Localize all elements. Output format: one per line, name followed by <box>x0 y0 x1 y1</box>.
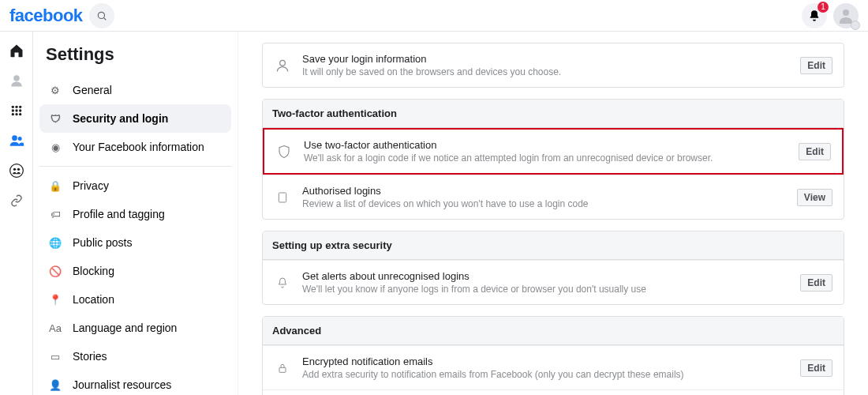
edit-button[interactable]: Edit <box>799 143 831 160</box>
rail-groups[interactable] <box>9 163 24 179</box>
nav-public-posts[interactable]: 🌐Public posts <box>39 228 231 257</box>
main-content: Save your login information It will only… <box>238 32 868 395</box>
svg-point-12 <box>19 113 21 115</box>
use-2fa-row[interactable]: Use two-factor authentication We'll ask … <box>263 128 844 175</box>
nav-security[interactable]: 🛡Security and login <box>39 104 231 133</box>
shield-icon: 🛡 <box>47 111 63 126</box>
nav-label: Journalist resources <box>73 378 171 391</box>
save-login-row[interactable]: Save your login information It will only… <box>263 43 844 87</box>
edit-button[interactable]: Edit <box>800 359 832 377</box>
row-title: Authorised logins <box>302 185 786 197</box>
nav-blocking[interactable]: 🚫Blocking <box>39 257 231 285</box>
link-icon <box>10 194 23 207</box>
authorised-logins-row[interactable]: Authorised logins Review a list of devic… <box>263 175 844 219</box>
svg-point-13 <box>12 135 17 141</box>
nav-your-info[interactable]: ◉Your Facebook information <box>39 133 231 161</box>
svg-point-0 <box>98 12 104 18</box>
row-title: Use two-factor authentication <box>304 139 788 151</box>
svg-rect-19 <box>279 193 286 202</box>
nav-language[interactable]: AaLanguage and region <box>39 314 231 342</box>
nav-journalist[interactable]: 👤Journalist resources <box>39 371 231 395</box>
friends-icon <box>9 133 24 149</box>
nav-label: General <box>73 84 112 96</box>
nav-label: Privacy <box>73 179 109 192</box>
grid-icon <box>10 104 23 117</box>
device-icon <box>274 191 291 204</box>
topbar-right: 1 <box>802 3 859 28</box>
nav-label: Security and login <box>73 112 168 125</box>
lock-outline-icon <box>274 362 291 374</box>
row-title: Get alerts about unrecognised logins <box>302 270 789 282</box>
account-menu[interactable] <box>833 3 859 28</box>
home-icon <box>9 43 24 58</box>
svg-point-2 <box>843 9 849 16</box>
rail-grid[interactable] <box>9 103 24 118</box>
recent-emails-row[interactable]: See recent emails from Facebook See a li… <box>263 389 844 395</box>
svg-point-5 <box>15 106 17 108</box>
layout: Settings ⚙General 🛡Security and login ◉Y… <box>0 32 868 395</box>
search-button[interactable] <box>89 3 114 28</box>
search-icon <box>96 10 107 21</box>
bell-outline-icon <box>274 276 291 289</box>
extra-security-section: Setting up extra security Get alerts abo… <box>262 231 844 305</box>
settings-sidebar: Settings ⚙General 🛡Security and login ◉Y… <box>33 32 238 395</box>
gear-icon: ⚙ <box>47 82 63 98</box>
nav-label: Profile and tagging <box>73 208 165 220</box>
globe-icon: 🌐 <box>47 235 63 250</box>
edit-button[interactable]: Edit <box>800 274 832 292</box>
advanced-section: Advanced Encrypted notification emails A… <box>262 316 844 395</box>
facebook-logo[interactable]: facebook <box>9 6 83 26</box>
section-header: Two-factor authentication <box>263 100 844 128</box>
topbar-left: facebook <box>9 3 114 28</box>
svg-point-17 <box>17 168 19 171</box>
svg-point-8 <box>15 109 17 111</box>
notif-count-badge: 1 <box>817 2 829 13</box>
nav-label: Blocking <box>73 265 114 277</box>
row-body: Use two-factor authentication We'll ask … <box>304 139 788 164</box>
svg-point-14 <box>17 137 21 141</box>
tag-icon: 🏷 <box>47 206 63 222</box>
svg-point-9 <box>19 109 21 111</box>
profile-icon <box>9 73 24 88</box>
block-icon: 🚫 <box>47 263 63 279</box>
left-rail <box>0 32 33 395</box>
nav-label: Language and region <box>73 322 177 334</box>
svg-rect-20 <box>279 367 286 372</box>
view-button[interactable]: View <box>797 189 832 206</box>
nav-privacy[interactable]: 🔒Privacy <box>39 171 231 200</box>
svg-line-1 <box>103 17 106 20</box>
rail-profile[interactable] <box>9 73 24 88</box>
row-desc: Add extra security to notification email… <box>302 369 789 380</box>
notifications-button[interactable]: 1 <box>802 3 827 28</box>
row-body: Authorised logins Review a list of devic… <box>302 185 786 209</box>
stories-icon: ▭ <box>47 348 63 364</box>
rail-home[interactable] <box>9 43 24 58</box>
encrypted-emails-row[interactable]: Encrypted notification emails Add extra … <box>263 345 844 389</box>
topbar: facebook 1 <box>0 0 868 32</box>
rail-friends[interactable] <box>9 133 24 149</box>
svg-point-3 <box>13 75 20 81</box>
svg-point-7 <box>11 109 13 111</box>
nav-location[interactable]: 📍Location <box>39 285 231 314</box>
row-desc: Review a list of devices on which you wo… <box>302 198 786 209</box>
svg-point-6 <box>19 106 21 108</box>
alerts-row[interactable]: Get alerts about unrecognised logins We'… <box>263 260 844 304</box>
nav-general[interactable]: ⚙General <box>39 76 231 104</box>
nav-separator <box>39 166 231 167</box>
svg-point-10 <box>11 113 13 115</box>
section-header: Setting up extra security <box>263 231 844 260</box>
nav-profile-tagging[interactable]: 🏷Profile and tagging <box>39 200 231 228</box>
avatar-icon <box>836 6 855 25</box>
edit-button[interactable]: Edit <box>800 57 832 74</box>
svg-point-18 <box>280 60 286 66</box>
row-desc: It will only be saved on the browsers an… <box>302 66 789 77</box>
nav-stories[interactable]: ▭Stories <box>39 342 231 371</box>
row-body: Get alerts about unrecognised logins We'… <box>302 270 789 295</box>
nav-label: Stories <box>73 350 107 363</box>
location-icon: 📍 <box>47 292 63 307</box>
page-title: Settings <box>46 44 225 65</box>
lock-icon: 🔒 <box>47 178 63 194</box>
groups-icon <box>9 163 24 179</box>
rail-link[interactable] <box>9 193 24 209</box>
row-body: Save your login information It will only… <box>302 53 789 77</box>
